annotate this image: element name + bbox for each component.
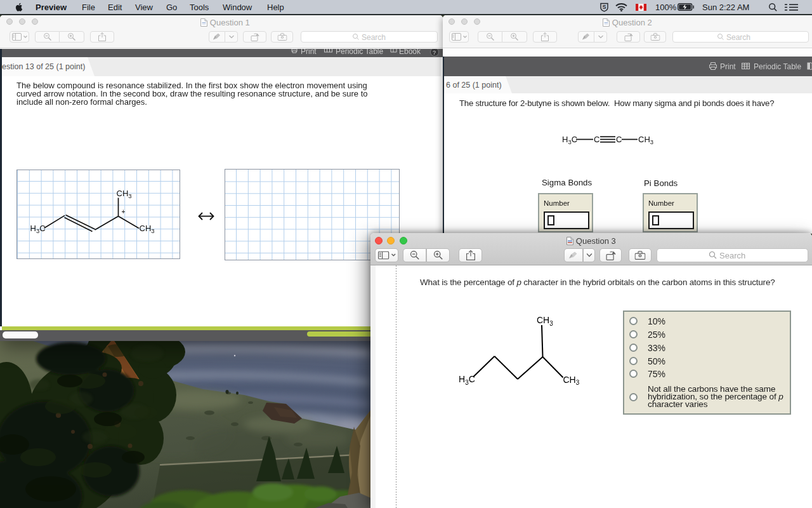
svg-text:H3C: H3C (562, 135, 577, 145)
svg-text:C: C (594, 135, 599, 144)
svg-text:Search: Search (719, 251, 745, 260)
svg-text:CH3: CH3 (117, 189, 132, 199)
svg-text:Search: Search (362, 34, 386, 41)
svg-text:CH3: CH3 (563, 375, 580, 387)
svg-text:H3C: H3C (459, 374, 475, 386)
svg-text:S: S (602, 4, 606, 10)
svg-text:CH3: CH3 (140, 224, 155, 234)
svg-text:?: ? (433, 50, 436, 56)
svg-text:Print: Print (720, 62, 736, 71)
svg-text:Search: Search (726, 34, 750, 41)
svg-text:+: + (122, 208, 126, 215)
svg-text:CH3: CH3 (537, 315, 553, 327)
svg-text:C: C (616, 135, 622, 144)
svg-text:Periodic Table: Periodic Table (336, 49, 383, 56)
svg-text:Periodic Table: Periodic Table (754, 62, 801, 71)
svg-text:CH3: CH3 (638, 135, 653, 145)
svg-text:Ebook: Ebook (399, 49, 421, 56)
svg-text:Print: Print (301, 49, 317, 56)
svg-text:H3C: H3C (30, 224, 46, 234)
